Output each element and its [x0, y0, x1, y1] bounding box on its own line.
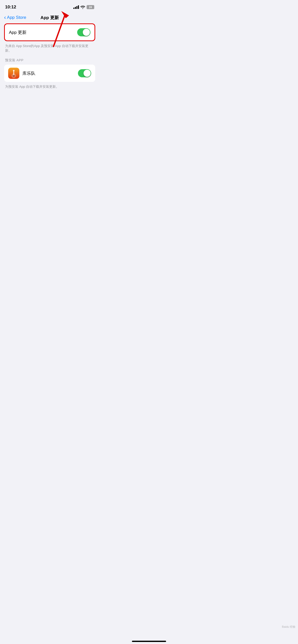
app-update-label: App 更新 — [9, 30, 26, 35]
page-title: App 更新 — [40, 15, 59, 21]
wifi-icon — [80, 5, 85, 9]
preinstalled-description: 为预安装 App 自动下载并安装更新。 — [4, 82, 95, 93]
chevron-left-icon: ‹ — [4, 15, 6, 20]
app-update-toggle[interactable] — [77, 28, 90, 36]
nav-bar: ‹ App Store App 更新 — [0, 13, 99, 23]
garageband-row[interactable]: 库乐队 — [4, 65, 95, 82]
status-bar: 10:12 24 — [0, 0, 99, 13]
garageband-toggle[interactable] — [78, 69, 91, 77]
garageband-toggle-knob — [84, 70, 91, 77]
status-time: 10:12 — [5, 5, 16, 10]
app-name: 库乐队 — [22, 70, 35, 76]
app-info: 库乐队 — [8, 68, 35, 79]
back-label: App Store — [7, 15, 26, 20]
app-icon — [8, 68, 19, 79]
content-area: App 更新 为来自 App Store的App 及预安装 App 自动下载并安… — [0, 23, 99, 93]
toggle-knob — [83, 29, 90, 36]
app-update-toggle-row[interactable]: App 更新 — [4, 23, 95, 41]
battery-icon: 24 — [87, 5, 94, 9]
preinstalled-section-label: 预安装 APP — [4, 57, 95, 65]
status-icons: 24 — [73, 5, 94, 9]
back-button[interactable]: ‹ App Store — [4, 15, 26, 20]
app-update-description: 为来自 App Store的App 及预安装 App 自动下载并安装更新。 — [4, 41, 95, 57]
signal-icon — [73, 5, 79, 9]
